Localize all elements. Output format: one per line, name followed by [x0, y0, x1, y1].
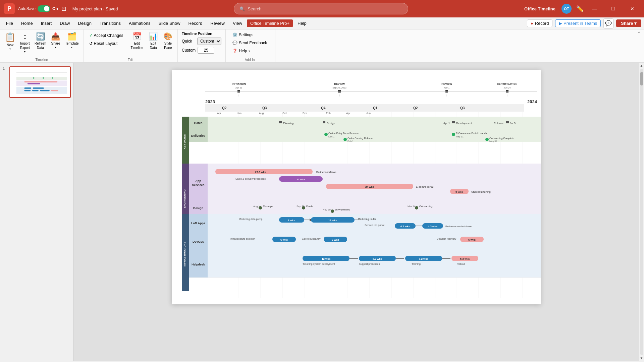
svg-text:12 wks: 12 wks	[297, 178, 306, 181]
svg-text:Services: Services	[192, 183, 204, 187]
ribbon-group-timeline-position: Timeline Position Quick Custom Left Cent…	[178, 29, 226, 62]
import-export-arrow: ▾	[24, 50, 25, 53]
slide-canvas[interactable]: INITIATION Apr 25 REVIEW Sep 30, 2023 RE…	[172, 70, 541, 304]
svg-text:Sales & delivery processes: Sales & delivery processes	[235, 177, 266, 180]
svg-text:Design: Design	[327, 122, 335, 125]
menu-item-slideshow[interactable]: Slide Show	[155, 19, 183, 27]
present-in-teams-button[interactable]: ▶ Present in Teams	[555, 19, 601, 27]
reset-layout-button[interactable]: ↺ Reset Layout	[87, 40, 126, 47]
comment-button[interactable]: 💬	[603, 18, 613, 28]
bottom-scrollbar[interactable]: ◀ ▶	[0, 361, 644, 362]
svg-rect-9	[24, 87, 31, 89]
svg-text:REVIEW: REVIEW	[441, 82, 452, 85]
svg-rect-12	[32, 90, 39, 92]
template-label: Template	[65, 42, 79, 45]
accept-changes-button[interactable]: ✓ Accept Changes	[87, 32, 126, 39]
autosave-toggle[interactable]	[38, 5, 50, 12]
style-pane-button[interactable]: 🎨 Style Pane	[161, 31, 175, 51]
scroll-up-arrow[interactable]: ▲	[640, 64, 643, 67]
svg-text:5.2 wks: 5.2 wks	[460, 257, 470, 260]
accept-changes-label: Accept Changes	[94, 33, 123, 38]
user-avatar[interactable]: OT	[561, 4, 572, 14]
menu-item-design[interactable]: Design	[75, 19, 95, 27]
svg-text:Oct: Oct	[282, 112, 287, 115]
search-icon: 🔍	[239, 6, 245, 11]
autosave-toggle-group[interactable]: AutoSave On	[18, 5, 58, 12]
slide-item-1: 1	[3, 66, 71, 98]
menu-item-transitions[interactable]: Transitions	[96, 19, 124, 27]
svg-text:6 wks: 6 wks	[332, 238, 339, 241]
main-area: 1	[0, 63, 644, 361]
restore-btn[interactable]: ❐	[606, 3, 621, 14]
scroll-thumb[interactable]	[640, 72, 643, 85]
ribbon-group-timeline: 📋 New ▾ ↕️ Import Export ▾ 🔄 Refresh Dat…	[0, 29, 84, 62]
addin-group-label: Add-In	[230, 58, 270, 62]
template-arrow: ▾	[71, 46, 72, 49]
svg-text:Feb: Feb	[326, 112, 331, 115]
right-scrollbar[interactable]: ▲ ▼	[639, 63, 644, 361]
ribbon-collapse-button[interactable]: ⌃	[635, 29, 644, 62]
svg-rect-135	[208, 214, 541, 232]
autosave-state: On	[52, 6, 58, 11]
autosave-knob	[44, 6, 49, 11]
share-ribbon-button[interactable]: 📤 Share ▾	[49, 31, 62, 50]
custom-value-input[interactable]	[198, 47, 214, 54]
quick-select[interactable]: Custom Left Center Right	[197, 38, 221, 45]
svg-text:Q2: Q2	[413, 106, 418, 110]
menu-item-review[interactable]: Review	[207, 19, 228, 27]
edit-data-button[interactable]: 📊 Edit Data	[147, 31, 160, 51]
svg-rect-14	[51, 90, 58, 92]
menu-item-record[interactable]: Record	[185, 19, 206, 27]
menu-item-insert[interactable]: Insert	[38, 19, 55, 27]
svg-text:REVIEW: REVIEW	[334, 82, 345, 85]
settings-button[interactable]: ⚙️ Settings	[230, 32, 270, 38]
send-feedback-label: Send Feedback	[239, 41, 267, 45]
new-button[interactable]: 📋 New ▾	[3, 31, 17, 52]
svg-text:Sep 30: Sep 30	[297, 205, 305, 208]
template-button[interactable]: 🗂️ Template ▾	[63, 31, 81, 50]
slide-thumbnail[interactable]	[9, 66, 71, 98]
svg-text:Dec: Dec	[303, 112, 307, 115]
search-bar[interactable]: 🔍 Search	[234, 3, 408, 14]
help-button[interactable]: ❓ Help ▾	[230, 48, 270, 54]
svg-text:Rollout: Rollout	[457, 262, 465, 265]
svg-rect-11	[24, 90, 31, 92]
svg-text:INFRASTRUCTURE: INFRASTRUCTURE	[183, 241, 186, 266]
pen-icon[interactable]: ✏️	[576, 5, 584, 12]
svg-text:Nov 30: Nov 30	[323, 208, 331, 211]
brand-name: Office Timeline	[524, 6, 555, 11]
scroll-down-arrow[interactable]: ▼	[640, 356, 643, 360]
menu-item-animations[interactable]: Animations	[125, 19, 154, 27]
svg-text:KEY DATES: KEY DATES	[183, 134, 186, 149]
menu-item-home[interactable]: Home	[18, 19, 36, 27]
new-label: New	[7, 43, 13, 47]
import-export-button[interactable]: ↕️ Import Export ▾	[18, 31, 32, 55]
menu-item-office-timeline[interactable]: Office Timeline Pro+	[247, 19, 293, 27]
share-button[interactable]: Share ▾	[616, 19, 641, 27]
svg-rect-100	[189, 164, 208, 202]
ribbon-group-edit: ✓ Accept Changes ↺ Reset Layout 📅 Edit T…	[84, 29, 178, 62]
refresh-data-button[interactable]: 🔄 Refresh Data	[33, 31, 48, 51]
send-feedback-button[interactable]: 💬 Send Feedback	[230, 40, 270, 46]
record-button[interactable]: ● ● RecordRecord	[527, 19, 553, 27]
timeline-position-title: Timeline Position	[182, 32, 221, 36]
timeline-chart: INITIATION Apr 25 REVIEW Sep 30, 2023 RE…	[172, 70, 541, 304]
menu-item-file[interactable]: File	[3, 19, 16, 27]
svg-text:DevOps: DevOps	[193, 240, 204, 243]
svg-rect-75	[323, 121, 325, 123]
close-btn[interactable]: ✕	[625, 3, 640, 14]
menu-item-draw[interactable]: Draw	[56, 19, 73, 27]
svg-text:Disaster recovery: Disaster recovery	[437, 237, 457, 240]
menu-item-view[interactable]: View	[229, 19, 246, 27]
svg-text:Apr 25: Apr 25	[235, 86, 243, 89]
edit-timeline-button[interactable]: 📅 Edit Timeline	[129, 31, 145, 51]
svg-text:Finals: Finals	[306, 205, 313, 208]
menu-item-help[interactable]: Help	[294, 19, 310, 27]
svg-text:Development: Development	[456, 122, 472, 125]
svg-text:Online Entry Form Release: Online Entry Form Release	[328, 132, 359, 135]
svg-text:Apr: Apr	[346, 112, 351, 115]
minimize-btn[interactable]: —	[587, 3, 602, 14]
svg-text:App: App	[195, 179, 201, 183]
svg-text:Apr 1: Apr 1	[444, 86, 450, 89]
svg-text:Q4: Q4	[321, 106, 326, 110]
